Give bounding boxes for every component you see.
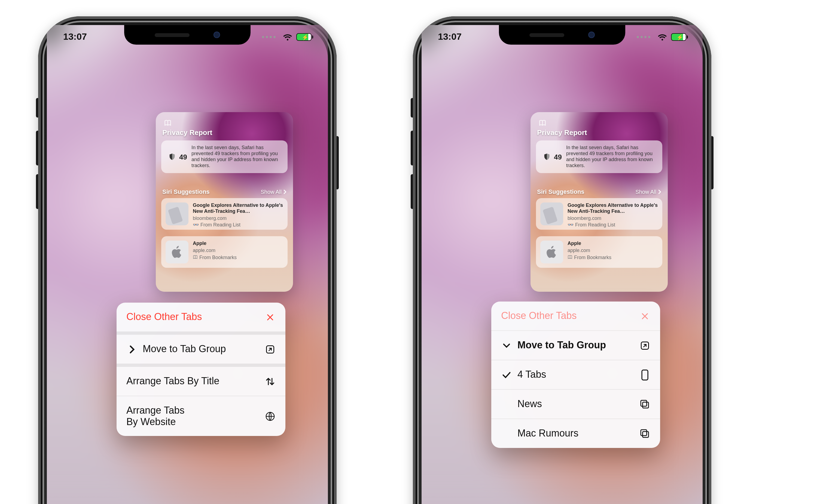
- privacy-report-title: Privacy Report: [162, 128, 212, 137]
- svg-rect-11: [641, 429, 647, 435]
- shield-icon: [542, 151, 552, 162]
- privacy-count: 49: [554, 153, 562, 161]
- move-to-tab-group-item[interactable]: Move to Tab Group: [117, 335, 285, 364]
- shield-icon: [167, 151, 177, 162]
- stack-icon: [640, 428, 650, 439]
- globe-icon: [265, 411, 275, 422]
- wifi-icon: [282, 32, 293, 42]
- privacy-text: In the last seven days, Safari has preve…: [191, 145, 282, 169]
- suggestion-title: Google Explores Alternative to Apple's N…: [193, 202, 283, 214]
- siri-heading: Siri Suggestions: [537, 188, 585, 195]
- suggestion-thumbnail: [166, 202, 188, 225]
- svg-rect-8: [643, 402, 649, 408]
- open-new-icon: [265, 344, 275, 355]
- page-dots-icon: [637, 36, 650, 38]
- suggestion-item[interactable]: Google Explores Alternative to Apple's N…: [161, 198, 287, 230]
- status-bar: 13:07 ⚡: [422, 29, 703, 45]
- svg-rect-10: [643, 431, 649, 437]
- checkmark-icon: [501, 369, 512, 380]
- screen: 13:07 ⚡ Privacy Report: [422, 25, 703, 504]
- suggestion-item[interactable]: Google Explores Alternative to Apple's N…: [536, 198, 662, 230]
- arrange-by-website-item[interactable]: Arrange TabsBy Website: [117, 396, 285, 436]
- battery-icon: ⚡: [296, 33, 311, 41]
- glasses-icon: 👓: [193, 222, 199, 228]
- tab-group-option[interactable]: News: [491, 389, 660, 419]
- sort-arrows-icon: [265, 376, 275, 387]
- tab-context-menu-expanded: Close Other Tabs Move to Tab Group: [491, 302, 660, 448]
- svg-rect-9: [641, 400, 647, 406]
- apple-logo-icon: [540, 241, 563, 263]
- book-icon: [162, 118, 173, 128]
- close-icon: [265, 312, 275, 322]
- open-new-icon: [640, 340, 650, 351]
- apple-logo-icon: [166, 241, 188, 263]
- close-other-tabs-item[interactable]: Close Other Tabs: [117, 303, 285, 331]
- suggestion-domain: bloomberg.com: [193, 215, 283, 221]
- suggestion-domain: apple.com: [193, 248, 237, 254]
- show-all-link[interactable]: Show All: [261, 189, 286, 195]
- close-icon: [640, 311, 650, 321]
- tab-group-label: News: [518, 398, 542, 410]
- arrange-by-title-item[interactable]: Arrange Tabs By Title: [117, 367, 285, 396]
- privacy-count: 49: [179, 153, 187, 161]
- close-other-tabs-item[interactable]: Close Other Tabs: [491, 302, 660, 330]
- tab-group-option[interactable]: Mac Rumours: [491, 419, 660, 448]
- book-icon: [193, 254, 198, 261]
- phone-icon: [640, 369, 650, 380]
- suggestion-item[interactable]: Apple apple.com From Bookmarks: [161, 236, 287, 268]
- suggestion-item[interactable]: Apple apple.com From Bookmarks: [536, 236, 662, 268]
- book-icon: [537, 118, 548, 128]
- tab-preview[interactable]: Privacy Report 49 In the last seven days…: [531, 112, 668, 292]
- suggestion-title: Apple: [193, 241, 237, 247]
- wifi-icon: [657, 32, 668, 42]
- battery-icon: ⚡: [671, 33, 686, 41]
- privacy-report-title: Privacy Report: [537, 128, 587, 137]
- chevron-right-icon: [126, 344, 137, 355]
- privacy-report-card: 49 In the last seven days, Safari has pr…: [536, 140, 662, 173]
- tab-group-label: 4 Tabs: [518, 369, 546, 380]
- move-to-tab-group-item[interactable]: Move to Tab Group: [491, 330, 660, 360]
- tab-context-menu: Close Other Tabs Move to Tab Group: [117, 303, 285, 436]
- svg-rect-7: [642, 370, 648, 380]
- suggestion-title: Google Explores Alternative to Apple's N…: [568, 202, 658, 214]
- privacy-text: In the last seven days, Safari has preve…: [566, 145, 657, 169]
- phone-left: 13:07 ⚡ Privacy Report: [38, 16, 336, 488]
- suggestion-title: Apple: [568, 241, 611, 247]
- tab-preview[interactable]: Privacy Report 49 In the last seven days…: [156, 112, 293, 292]
- stack-icon: [640, 399, 650, 410]
- suggestion-thumbnail: [540, 202, 563, 225]
- suggestion-domain: bloomberg.com: [568, 215, 658, 221]
- screen: 13:07 ⚡ Privacy Report: [47, 25, 328, 504]
- siri-heading: Siri Suggestions: [162, 188, 210, 195]
- privacy-report-card: 49 In the last seven days, Safari has pr…: [161, 140, 287, 173]
- status-bar: 13:07 ⚡: [47, 29, 328, 45]
- book-icon: [568, 254, 573, 261]
- clock: 13:07: [63, 32, 87, 42]
- chevron-down-icon: [501, 340, 512, 351]
- page-dots-icon: [262, 36, 275, 38]
- tab-group-label: Mac Rumours: [518, 428, 579, 439]
- show-all-link[interactable]: Show All: [635, 189, 661, 195]
- tab-group-option[interactable]: 4 Tabs: [491, 360, 660, 389]
- clock: 13:07: [438, 32, 462, 42]
- phone-right: 13:07 ⚡ Privacy Report: [413, 16, 711, 488]
- glasses-icon: 👓: [568, 222, 574, 228]
- suggestion-domain: apple.com: [568, 248, 611, 254]
